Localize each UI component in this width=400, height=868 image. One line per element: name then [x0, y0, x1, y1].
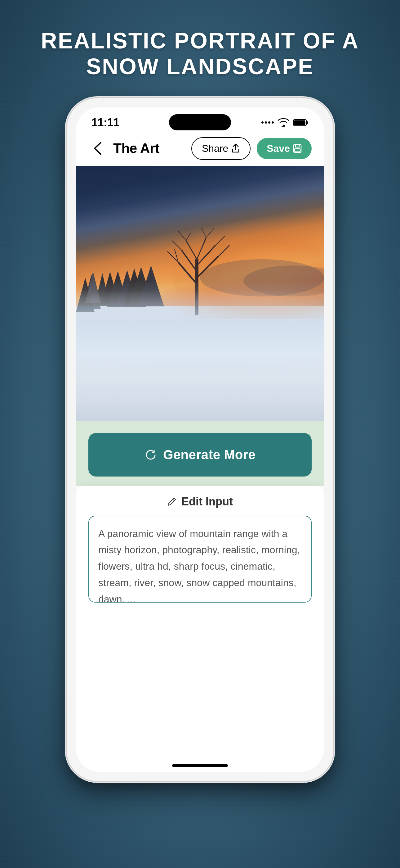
phone-frame: 11:11 [67, 98, 333, 781]
nav-title: The Art [113, 141, 185, 156]
prompt-textarea[interactable] [88, 516, 312, 602]
mist-layer [76, 281, 324, 421]
battery-icon [293, 118, 308, 127]
page-title: REALISTIC PORTRAIT OF A SNOW LANDSCAPE [0, 0, 400, 98]
edit-header: Edit Input [88, 495, 312, 508]
back-button[interactable] [88, 139, 107, 158]
art-image [76, 166, 324, 421]
nav-bar: The Art Share Save [76, 132, 324, 166]
home-indicator [76, 760, 324, 772]
phone-screen: 11:11 [76, 107, 324, 772]
generate-more-label: Generate More [163, 447, 256, 462]
dynamic-island [169, 114, 231, 130]
save-label: Save [267, 143, 290, 154]
home-bar [172, 764, 228, 767]
save-button[interactable]: Save [257, 138, 312, 159]
action-area: Generate More [76, 421, 324, 486]
svg-line-34 [206, 228, 214, 238]
svg-line-32 [219, 245, 229, 256]
refresh-icon [144, 448, 157, 461]
wifi-icon [277, 118, 289, 127]
svg-rect-5 [296, 144, 299, 147]
svg-rect-2 [306, 121, 308, 124]
status-time: 11:11 [92, 116, 120, 129]
svg-line-31 [186, 233, 191, 241]
signal-icon [261, 121, 274, 124]
svg-line-33 [215, 236, 225, 245]
svg-line-30 [178, 231, 186, 241]
status-bar: 11:11 [76, 107, 324, 132]
pencil-icon [167, 497, 176, 506]
share-button[interactable]: Share [191, 137, 251, 160]
share-label: Share [202, 143, 228, 154]
svg-rect-3 [294, 120, 305, 125]
edit-input-label: Edit Input [181, 495, 233, 508]
status-icons [261, 118, 308, 127]
svg-line-35 [202, 228, 206, 238]
svg-rect-6 [295, 149, 300, 152]
svg-line-29 [172, 241, 181, 250]
edit-section: Edit Input [76, 486, 324, 760]
svg-line-51 [173, 499, 174, 501]
generate-more-button[interactable]: Generate More [88, 433, 312, 476]
